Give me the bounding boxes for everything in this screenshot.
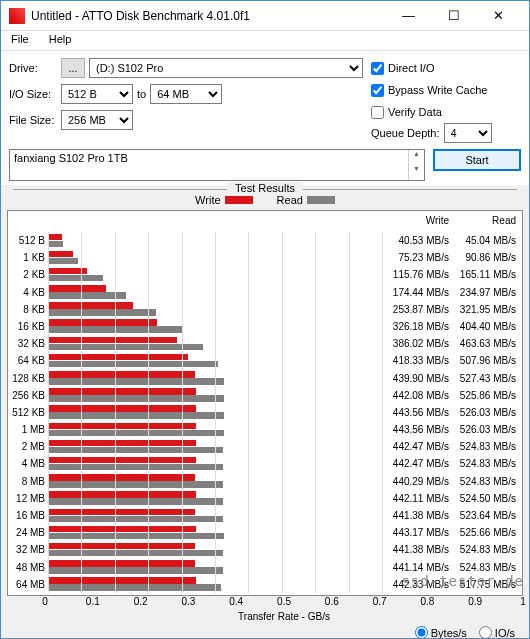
y-tick: 12 MB — [10, 490, 45, 507]
read-bar — [48, 258, 78, 265]
directio-label: Direct I/O — [388, 62, 434, 74]
bypass-label: Bypass Write Cache — [388, 84, 487, 96]
results-title: Test Results — [227, 182, 303, 194]
chart: 512 B1 KB2 KB4 KB8 KB16 KB32 KB64 KB128 … — [7, 210, 523, 596]
y-tick: 16 KB — [10, 318, 45, 335]
data-row: 443.56 MB/s526.03 MB/s — [386, 421, 520, 438]
description-spinner[interactable]: ▲▼ — [408, 150, 424, 180]
data-row: 174.44 MB/s234.97 MB/s — [386, 284, 520, 301]
write-bar — [48, 440, 196, 447]
x-tick: 0.3 — [181, 596, 195, 607]
verify-label: Verify Data — [388, 106, 442, 118]
write-bar — [48, 457, 196, 464]
read-bar — [48, 395, 224, 402]
bytes-radio[interactable]: Bytes/s — [415, 626, 467, 639]
data-row: 115.76 MB/s165.11 MB/s — [386, 266, 520, 283]
data-row: 386.02 MB/s463.63 MB/s — [386, 335, 520, 352]
menu-help[interactable]: Help — [45, 31, 76, 50]
y-tick: 32 KB — [10, 335, 45, 352]
qd-label: Queue Depth: — [371, 127, 440, 139]
read-bar — [48, 516, 223, 523]
read-bar — [48, 309, 156, 316]
data-row: 443.56 MB/s526.03 MB/s — [386, 404, 520, 421]
read-bar — [48, 533, 224, 540]
read-bar — [48, 412, 224, 419]
read-bar — [48, 447, 223, 454]
close-button[interactable]: ✕ — [476, 2, 521, 30]
read-bar — [48, 498, 223, 505]
iosize-to-select[interactable]: 64 MB — [150, 84, 222, 104]
write-bar — [48, 371, 195, 378]
y-tick: 4 KB — [10, 284, 45, 301]
y-tick: 16 MB — [10, 507, 45, 524]
write-bar — [48, 388, 196, 395]
x-tick: 0.1 — [86, 596, 100, 607]
write-bar — [48, 526, 196, 533]
write-bar — [48, 509, 195, 516]
write-bar — [48, 302, 133, 309]
qd-select[interactable]: 4 — [444, 123, 492, 143]
write-bar — [48, 251, 73, 258]
minimize-button[interactable]: — — [386, 2, 431, 30]
x-tick: 0.6 — [325, 596, 339, 607]
iosize-label: I/O Size: — [9, 88, 61, 100]
data-row: 442.11 MB/s524.50 MB/s — [386, 490, 520, 507]
write-bar — [48, 474, 195, 481]
write-bar — [48, 577, 196, 584]
write-bar — [48, 491, 196, 498]
app-icon — [9, 8, 25, 24]
y-tick: 512 KB — [10, 404, 45, 421]
start-button[interactable]: Start — [433, 149, 521, 171]
y-tick: 8 KB — [10, 301, 45, 318]
browse-button[interactable]: ... — [61, 58, 85, 78]
y-tick: 32 MB — [10, 541, 45, 558]
read-bar — [48, 241, 63, 248]
data-row: 442.08 MB/s525.86 MB/s — [386, 387, 520, 404]
write-bar — [48, 319, 157, 326]
watermark: ssd-tester.de — [401, 573, 524, 589]
menu-file[interactable]: File — [7, 31, 33, 50]
x-tick: 0.8 — [420, 596, 434, 607]
data-row: 418.33 MB/s507.96 MB/s — [386, 352, 520, 369]
to-label: to — [137, 88, 146, 100]
col-read-header: Read — [453, 215, 520, 232]
read-bar — [48, 275, 103, 282]
read-bar — [48, 361, 218, 368]
y-tick: 512 B — [10, 232, 45, 249]
write-bar — [48, 354, 188, 361]
directio-checkbox[interactable] — [371, 62, 384, 75]
verify-checkbox[interactable] — [371, 106, 384, 119]
x-tick: 0 — [42, 596, 48, 607]
read-bar — [48, 344, 203, 351]
y-tick: 8 MB — [10, 473, 45, 490]
write-bar — [48, 405, 196, 412]
x-tick: 0.2 — [134, 596, 148, 607]
maximize-button[interactable]: ☐ — [431, 2, 476, 30]
read-bar — [48, 481, 223, 488]
data-row: 442.47 MB/s524.83 MB/s — [386, 455, 520, 472]
data-row: 326.18 MB/s404.40 MB/s — [386, 318, 520, 335]
drive-select[interactable]: (D:) S102 Pro — [89, 58, 363, 78]
legend-read-label: Read — [277, 194, 303, 206]
write-bar — [48, 423, 196, 430]
legend: Write Read — [7, 192, 523, 210]
read-bar — [48, 430, 224, 437]
legend-write-swatch — [225, 196, 253, 204]
filesize-select[interactable]: 256 MB — [61, 110, 133, 130]
write-bar — [48, 543, 195, 550]
x-tick: 0.5 — [277, 596, 291, 607]
y-tick: 2 KB — [10, 266, 45, 283]
drive-label: Drive: — [9, 62, 61, 74]
write-bar — [48, 337, 177, 344]
y-tick: 4 MB — [10, 455, 45, 472]
x-tick: 0.9 — [468, 596, 482, 607]
read-bar — [48, 464, 223, 471]
bypass-checkbox[interactable] — [371, 84, 384, 97]
read-bar — [48, 378, 224, 385]
y-tick: 256 KB — [10, 387, 45, 404]
data-row: 441.38 MB/s523.64 MB/s — [386, 507, 520, 524]
read-bar — [48, 567, 223, 574]
iosize-from-select[interactable]: 512 B — [61, 84, 133, 104]
ios-radio[interactable]: IO/s — [479, 626, 515, 639]
description-input[interactable]: fanxiang S102 Pro 1TB ▲▼ — [9, 149, 425, 181]
